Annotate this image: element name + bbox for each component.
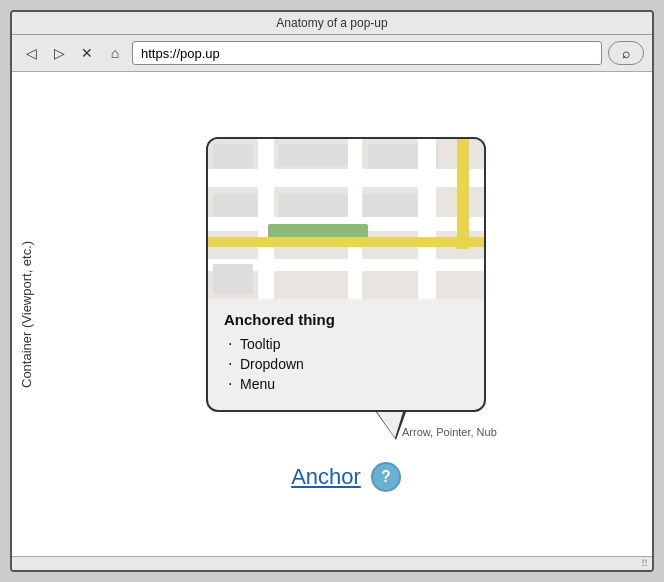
- browser-window: Anatomy of a pop-up ◁ ▷ ✕ ⌂ ⌕ Container …: [10, 10, 654, 572]
- tail-label: Arrow, Pointer, Nub: [402, 426, 497, 438]
- help-icon[interactable]: ?: [371, 462, 401, 492]
- search-icon: ⌕: [622, 45, 630, 61]
- forward-button[interactable]: ▷: [48, 42, 70, 64]
- address-bar[interactable]: [132, 41, 602, 65]
- browser-toolbar: ◁ ▷ ✕ ⌂ ⌕: [12, 35, 652, 72]
- home-button[interactable]: ⌂: [104, 42, 126, 64]
- popup-body: Anchored thing Tooltip Dropdown Menu: [208, 299, 484, 410]
- map-block: [278, 144, 358, 166]
- popup-container: Anchored thing Tooltip Dropdown Menu Arr…: [206, 137, 486, 492]
- list-item: Tooltip: [224, 334, 468, 354]
- container-label: Container (Viewport, etc.): [12, 72, 40, 556]
- list-item: Menu: [224, 374, 468, 394]
- search-button[interactable]: ⌕: [608, 41, 644, 65]
- list-item: Dropdown: [224, 354, 468, 374]
- browser-statusbar: ⠿: [12, 556, 652, 570]
- map-block: [213, 264, 253, 294]
- back-button[interactable]: ◁: [20, 42, 42, 64]
- page-title: Anatomy of a pop-up: [276, 16, 387, 30]
- main-area: Anchored thing Tooltip Dropdown Menu Arr…: [40, 72, 652, 556]
- close-button[interactable]: ✕: [76, 42, 98, 64]
- resize-grip: ⠿: [641, 558, 648, 569]
- map-yellow-road: [208, 237, 484, 247]
- popup-title: Anchored thing: [224, 311, 468, 328]
- anchor-row: Anchor ?: [291, 462, 401, 492]
- map-road: [208, 169, 484, 187]
- anchor-link[interactable]: Anchor: [291, 464, 361, 490]
- popup-box: Anchored thing Tooltip Dropdown Menu: [206, 137, 486, 412]
- map-area: [208, 139, 484, 299]
- map-block: [213, 144, 253, 169]
- browser-content: Container (Viewport, etc.): [12, 72, 652, 556]
- popup-tail-fill: [377, 412, 403, 438]
- popup-tail-wrapper: Arrow, Pointer, Nub: [366, 412, 426, 442]
- browser-titlebar: Anatomy of a pop-up: [12, 12, 652, 35]
- popup-list: Tooltip Dropdown Menu: [224, 334, 468, 394]
- map-yellow-road: [457, 139, 469, 249]
